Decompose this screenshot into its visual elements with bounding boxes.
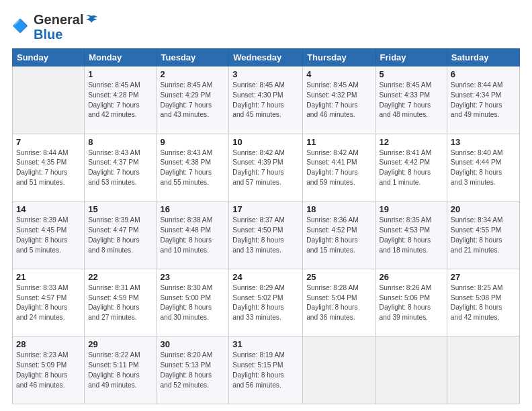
day-info: Sunrise: 8:45 AMSunset: 4:32 PMDaylight:… [306,81,371,120]
day-cell: 13Sunrise: 8:40 AMSunset: 4:44 PMDayligh… [447,134,519,201]
day-number: 11 [306,137,371,147]
day-cell: 20Sunrise: 8:34 AMSunset: 4:55 PMDayligh… [447,201,519,269]
day-number: 29 [88,339,152,349]
logo-blue: Blue [34,27,98,42]
day-number: 15 [88,204,152,214]
col-header-saturday: Saturday [447,49,519,66]
day-cell: 18Sunrise: 8:36 AMSunset: 4:52 PMDayligh… [303,201,375,269]
day-cell: 1Sunrise: 8:45 AMSunset: 4:28 PMDaylight… [85,66,157,134]
day-number: 14 [16,204,81,214]
day-number: 24 [232,272,299,282]
day-info: Sunrise: 8:31 AMSunset: 4:59 PMDaylight:… [88,283,152,323]
day-number: 4 [306,69,371,79]
day-info: Sunrise: 8:19 AMSunset: 5:15 PMDaylight:… [232,351,299,390]
day-number: 5 [380,69,443,79]
day-info: Sunrise: 8:43 AMSunset: 4:38 PMDaylight:… [161,148,226,188]
day-info: Sunrise: 8:44 AMSunset: 4:34 PMDaylight:… [451,81,516,120]
day-number: 21 [16,272,81,282]
day-cell: 23Sunrise: 8:30 AMSunset: 5:00 PMDayligh… [157,269,229,336]
day-cell: 5Sunrise: 8:45 AMSunset: 4:33 PMDaylight… [375,66,447,134]
week-row-2: 7Sunrise: 8:44 AMSunset: 4:35 PMDaylight… [13,134,520,201]
day-cell: 6Sunrise: 8:44 AMSunset: 4:34 PMDaylight… [447,66,519,134]
day-cell [13,66,85,134]
col-header-monday: Monday [85,49,157,66]
day-info: Sunrise: 8:36 AMSunset: 4:52 PMDaylight:… [306,216,371,255]
day-number: 8 [88,137,152,147]
day-number: 17 [232,204,299,214]
day-number: 16 [161,204,226,214]
day-info: Sunrise: 8:26 AMSunset: 5:06 PMDaylight:… [380,283,443,323]
day-info: Sunrise: 8:37 AMSunset: 4:50 PMDaylight:… [232,216,299,255]
col-header-sunday: Sunday [13,49,85,66]
day-cell: 17Sunrise: 8:37 AMSunset: 4:50 PMDayligh… [229,201,303,269]
day-info: Sunrise: 8:45 AMSunset: 4:30 PMDaylight:… [232,81,299,120]
col-header-thursday: Thursday [303,49,375,66]
day-cell: 16Sunrise: 8:38 AMSunset: 4:48 PMDayligh… [157,201,229,269]
day-cell: 21Sunrise: 8:33 AMSunset: 4:57 PMDayligh… [13,269,85,336]
day-number: 13 [451,137,516,147]
day-cell: 19Sunrise: 8:35 AMSunset: 4:53 PMDayligh… [375,201,447,269]
page: 🔷 GeneralBlue SundayMondayTuesdayWednesd… [0,0,532,411]
day-cell [375,336,447,404]
day-number: 28 [16,339,81,349]
day-cell: 26Sunrise: 8:26 AMSunset: 5:06 PMDayligh… [375,269,447,336]
day-number: 25 [306,272,371,282]
logo-text: GeneralBlue [34,12,98,42]
day-number: 2 [161,69,226,79]
day-cell [447,336,519,404]
col-header-wednesday: Wednesday [229,49,303,66]
day-cell: 9Sunrise: 8:43 AMSunset: 4:38 PMDaylight… [157,134,229,201]
day-number: 23 [161,272,226,282]
day-number: 26 [380,272,443,282]
day-info: Sunrise: 8:38 AMSunset: 4:48 PMDaylight:… [161,216,226,255]
day-number: 19 [380,204,443,214]
week-row-4: 21Sunrise: 8:33 AMSunset: 4:57 PMDayligh… [13,269,520,336]
day-cell: 27Sunrise: 8:25 AMSunset: 5:08 PMDayligh… [447,269,519,336]
day-cell: 12Sunrise: 8:41 AMSunset: 4:42 PMDayligh… [375,134,447,201]
day-info: Sunrise: 8:29 AMSunset: 5:02 PMDaylight:… [232,283,299,323]
week-row-5: 28Sunrise: 8:23 AMSunset: 5:09 PMDayligh… [13,336,520,404]
day-info: Sunrise: 8:42 AMSunset: 4:41 PMDaylight:… [306,148,371,188]
day-cell: 31Sunrise: 8:19 AMSunset: 5:15 PMDayligh… [229,336,303,404]
day-info: Sunrise: 8:33 AMSunset: 4:57 PMDaylight:… [16,283,81,323]
day-info: Sunrise: 8:44 AMSunset: 4:35 PMDaylight:… [16,148,81,188]
day-cell: 22Sunrise: 8:31 AMSunset: 4:59 PMDayligh… [85,269,157,336]
day-cell: 10Sunrise: 8:42 AMSunset: 4:39 PMDayligh… [229,134,303,201]
day-cell [303,336,375,404]
day-info: Sunrise: 8:22 AMSunset: 5:11 PMDaylight:… [88,351,152,390]
day-number: 3 [232,69,299,79]
day-info: Sunrise: 8:30 AMSunset: 5:00 PMDaylight:… [161,283,226,323]
day-info: Sunrise: 8:45 AMSunset: 4:33 PMDaylight:… [380,81,443,120]
logo-bird-svg [85,15,98,27]
day-number: 12 [380,137,443,147]
day-number: 7 [16,137,81,147]
day-info: Sunrise: 8:20 AMSunset: 5:13 PMDaylight:… [161,351,226,390]
day-number: 9 [161,137,226,147]
day-cell: 28Sunrise: 8:23 AMSunset: 5:09 PMDayligh… [13,336,85,404]
day-number: 10 [232,137,299,147]
day-number: 22 [88,272,152,282]
day-cell: 11Sunrise: 8:42 AMSunset: 4:41 PMDayligh… [303,134,375,201]
day-info: Sunrise: 8:39 AMSunset: 4:45 PMDaylight:… [16,216,81,255]
day-cell: 30Sunrise: 8:20 AMSunset: 5:13 PMDayligh… [157,336,229,404]
day-cell: 24Sunrise: 8:29 AMSunset: 5:02 PMDayligh… [229,269,303,336]
day-cell: 14Sunrise: 8:39 AMSunset: 4:45 PMDayligh… [13,201,85,269]
week-row-3: 14Sunrise: 8:39 AMSunset: 4:45 PMDayligh… [13,201,520,269]
day-number: 30 [161,339,226,349]
day-cell: 4Sunrise: 8:45 AMSunset: 4:32 PMDaylight… [303,66,375,134]
header-row: SundayMondayTuesdayWednesdayThursdayFrid… [13,49,520,66]
day-info: Sunrise: 8:23 AMSunset: 5:09 PMDaylight:… [16,351,81,390]
day-info: Sunrise: 8:40 AMSunset: 4:44 PMDaylight:… [451,148,516,188]
day-info: Sunrise: 8:42 AMSunset: 4:39 PMDaylight:… [232,148,299,188]
svg-text:🔷: 🔷 [12,18,29,34]
day-number: 27 [451,272,516,282]
header: 🔷 GeneralBlue [12,12,520,42]
day-cell: 3Sunrise: 8:45 AMSunset: 4:30 PMDaylight… [229,66,303,134]
logo: 🔷 GeneralBlue [12,12,98,42]
day-cell: 7Sunrise: 8:44 AMSunset: 4:35 PMDaylight… [13,134,85,201]
day-info: Sunrise: 8:41 AMSunset: 4:42 PMDaylight:… [380,148,443,188]
day-cell: 15Sunrise: 8:39 AMSunset: 4:47 PMDayligh… [85,201,157,269]
day-info: Sunrise: 8:34 AMSunset: 4:55 PMDaylight:… [451,216,516,255]
day-info: Sunrise: 8:43 AMSunset: 4:37 PMDaylight:… [88,148,152,188]
day-info: Sunrise: 8:35 AMSunset: 4:53 PMDaylight:… [380,216,443,255]
